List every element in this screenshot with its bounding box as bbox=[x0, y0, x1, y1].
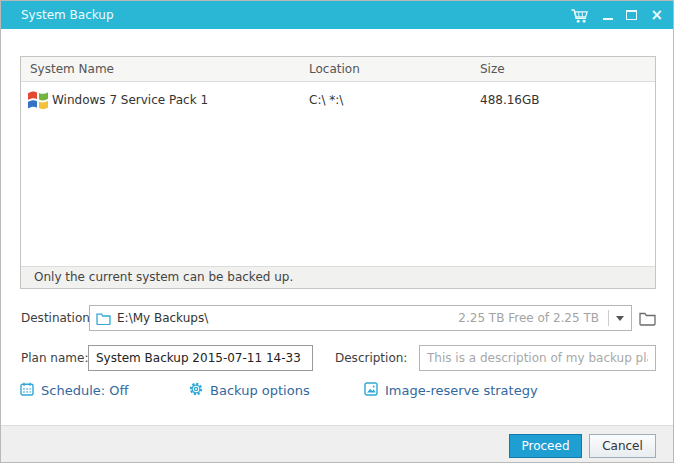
minimize-icon[interactable] bbox=[603, 10, 613, 20]
schedule-link[interactable]: Schedule: Off bbox=[20, 382, 128, 398]
table-row[interactable]: Windows 7 Service Pack 1 C:\ *:\ 488.16G… bbox=[21, 82, 655, 118]
system-list: System Name Location Size Windows 7 Serv… bbox=[20, 56, 656, 289]
plan-name-input[interactable] bbox=[88, 345, 313, 371]
window-controls: × bbox=[570, 1, 674, 29]
browse-destination-button[interactable] bbox=[635, 305, 659, 331]
destination-dropdown-button[interactable] bbox=[609, 306, 631, 330]
destination-field[interactable]: E:\My Backups\ 2.25 TB Free of 2.25 TB bbox=[89, 305, 632, 331]
row-system-name: Windows 7 Service Pack 1 bbox=[52, 82, 208, 118]
cancel-button[interactable]: Cancel bbox=[589, 434, 656, 458]
calendar-icon bbox=[20, 382, 34, 399]
column-header-size: Size bbox=[480, 57, 505, 81]
list-note: Only the current system can be backed up… bbox=[21, 266, 655, 288]
image-reserve-strategy-link-label: Image-reserve strategy bbox=[385, 383, 538, 398]
description-label: Description: bbox=[335, 345, 407, 371]
row-size: 488.16GB bbox=[480, 82, 540, 118]
backup-options-link-label: Backup options bbox=[210, 383, 310, 398]
proceed-button[interactable]: Proceed bbox=[509, 434, 582, 458]
windows-logo-icon bbox=[25, 87, 51, 116]
window-title: System Backup bbox=[21, 1, 114, 29]
backup-options-link[interactable]: Backup options bbox=[189, 382, 310, 398]
destination-label: Destination: bbox=[21, 305, 94, 331]
column-header-location: Location bbox=[309, 57, 360, 81]
schedule-link-label: Schedule: Off bbox=[41, 383, 128, 398]
chevron-down-icon bbox=[616, 316, 624, 321]
list-header: System Name Location Size bbox=[21, 57, 655, 82]
cart-icon[interactable] bbox=[570, 7, 590, 24]
description-input[interactable] bbox=[419, 345, 656, 371]
row-location: C:\ *:\ bbox=[309, 82, 343, 118]
plan-name-label: Plan name: bbox=[21, 345, 88, 371]
destination-free-space: 2.25 TB Free of 2.25 TB bbox=[458, 311, 599, 325]
browse-folder-icon bbox=[639, 311, 656, 326]
close-icon[interactable]: × bbox=[650, 1, 663, 29]
footer-bar: Proceed Cancel bbox=[1, 425, 674, 463]
image-icon bbox=[364, 382, 378, 399]
destination-path: E:\My Backups\ bbox=[117, 311, 208, 325]
maximize-icon[interactable] bbox=[626, 10, 637, 20]
system-backup-dialog: System Backup × System Name Location Si bbox=[0, 0, 674, 463]
gear-icon bbox=[189, 382, 203, 399]
image-reserve-strategy-link[interactable]: Image-reserve strategy bbox=[364, 382, 538, 398]
column-header-system-name: System Name bbox=[30, 57, 114, 81]
titlebar: System Backup × bbox=[1, 1, 674, 29]
folder-icon bbox=[96, 312, 111, 325]
